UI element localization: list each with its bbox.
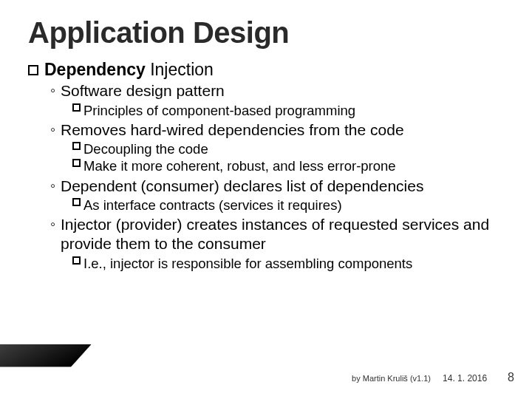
bullet-l3: Decoupling the code (72, 140, 510, 157)
bullet-l2: Dependent (consumer) declares list of de… (50, 177, 510, 196)
bullet-l3: As interface contracts (services it requ… (72, 197, 510, 214)
square-bullet-icon (72, 103, 81, 112)
bullet-l2: Removes hard-wired dependencies from the… (50, 120, 510, 140)
slide-title: Application Design (28, 16, 510, 50)
slide: Application Design Dependency Injection … (0, 0, 532, 399)
square-bullet-icon (72, 198, 81, 206)
decor-wedge (0, 344, 92, 366)
square-bullet-icon (72, 142, 81, 150)
l1-rest: Injection (146, 60, 214, 79)
square-bullet-icon (72, 256, 81, 265)
l3-text: I.e., injector is responsible for assemb… (83, 255, 412, 272)
l3-text: Make it more coherent, robust, and less … (83, 157, 396, 174)
footer-author: by Martin Kruliš (v1.1) (352, 374, 431, 383)
footer: by Martin Kruliš (v1.1) 14. 1. 2016 8 (352, 371, 514, 384)
square-bullet-icon (72, 159, 81, 167)
l3-text: As interface contracts (services it requ… (83, 197, 342, 214)
bullet-l2: Injector (provider) creates instances of… (50, 215, 510, 253)
bullet-l2: Software design pattern (50, 81, 510, 100)
footer-page-number: 8 (508, 371, 514, 384)
heading-l1: Dependency Injection (28, 60, 510, 80)
l3-text: Decoupling the code (83, 140, 208, 157)
l3-text: Principles of component-based programmin… (83, 102, 355, 119)
square-bullet-icon (28, 65, 38, 75)
l1-bold: Dependency (44, 60, 146, 79)
bullet-l3: Make it more coherent, robust, and less … (72, 157, 510, 174)
footer-date: 14. 1. 2016 (443, 373, 487, 383)
bullet-l3: I.e., injector is responsible for assemb… (72, 255, 510, 272)
bullet-l3: Principles of component-based programmin… (72, 102, 510, 119)
